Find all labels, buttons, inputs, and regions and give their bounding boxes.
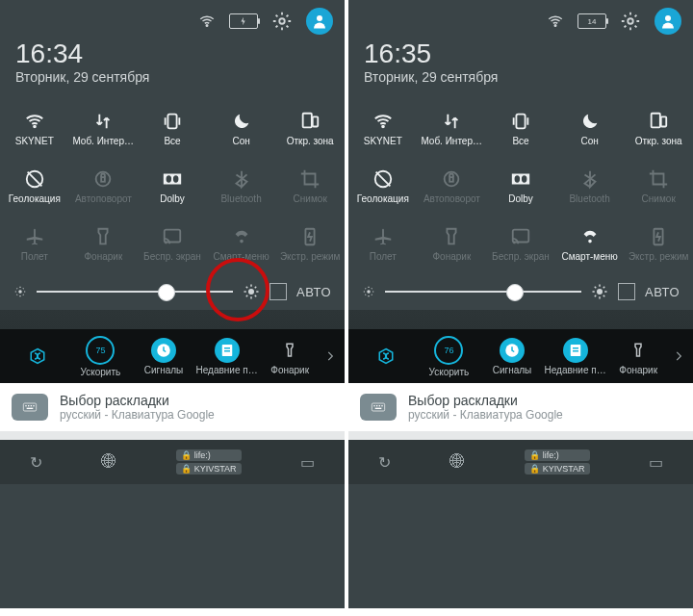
avatar[interactable] — [306, 8, 333, 35]
overview-icon[interactable]: ▭ — [649, 453, 663, 472]
svg-rect-48 — [573, 347, 578, 349]
recent-icon[interactable]: ↻ — [378, 453, 391, 472]
globe-icon[interactable]: 🌐︎ — [449, 453, 465, 471]
tile-flashlight[interactable]: Фонарик — [418, 216, 487, 271]
tile-crop[interactable]: Снимок — [624, 158, 693, 214]
tile-moon[interactable]: Сон — [555, 100, 625, 156]
bluetooth-icon — [579, 168, 601, 190]
wifi-icon — [372, 111, 394, 132]
tile-dolby[interactable]: Dolby — [138, 158, 207, 214]
svg-rect-52 — [376, 405, 377, 406]
auto-checkbox[interactable] — [618, 283, 635, 300]
tile-label: Моб. Интернет — [72, 136, 134, 146]
tool-torch[interactable]: Фонарик — [606, 338, 670, 375]
tile-cast[interactable]: Беспр. экран — [486, 216, 555, 271]
tile-compass-off[interactable]: Геолокация — [348, 158, 418, 214]
auto-checkbox[interactable] — [270, 283, 287, 300]
vibrate-icon — [510, 111, 531, 132]
tile-label: SKYNET — [364, 136, 402, 146]
clock-area: 16:35Вторник, 29 сентября — [348, 35, 693, 87]
tile-lock[interactable]: Автоповорот — [418, 158, 487, 214]
screens-row: 16:34Вторник, 29 сентябряSKYNETМоб. Инте… — [0, 0, 693, 616]
tile-compass-off[interactable]: Геолокация — [0, 158, 69, 214]
tile-wifi[interactable]: SKYNET — [348, 100, 418, 156]
slider-thumb[interactable] — [158, 284, 175, 301]
svg-point-39 — [515, 175, 521, 182]
swap-v-icon — [441, 111, 462, 132]
clock-icon — [151, 338, 176, 363]
overview-icon[interactable]: ▭ — [300, 453, 315, 472]
tile-cast[interactable]: Беспр. экран — [138, 216, 207, 271]
card-peek — [348, 432, 693, 440]
svg-point-31 — [382, 125, 384, 127]
battery-out-icon — [299, 226, 321, 247]
tool-hexlogo[interactable] — [354, 340, 418, 372]
tile-battery-out[interactable]: Экстр. режим — [275, 216, 345, 271]
tool-gauge[interactable]: 76Ускорить — [418, 336, 481, 377]
tool-torch[interactable]: Фонарик — [258, 338, 321, 375]
tool-label: Фонарик — [619, 365, 657, 375]
chevron-right-icon[interactable] — [321, 329, 339, 383]
tile-label: Геолокация — [9, 193, 61, 204]
tile-dolby[interactable]: Dolby — [486, 158, 555, 214]
moon-icon — [579, 111, 601, 132]
svg-point-28 — [554, 25, 556, 27]
tile-rect-phone[interactable]: Откр. зона — [624, 100, 693, 156]
svg-rect-10 — [164, 173, 181, 184]
svg-rect-51 — [373, 405, 374, 406]
brightness-slider[interactable] — [37, 291, 233, 293]
sim-tab[interactable]: 🔒 life:) — [176, 449, 241, 461]
tile-swap-v[interactable]: Моб. Интернет — [69, 100, 139, 156]
tile-smart[interactable]: Смарт-меню — [555, 216, 625, 271]
svg-rect-37 — [450, 177, 454, 182]
tile-crop[interactable]: Снимок — [275, 158, 345, 214]
tile-airplane[interactable]: Полет — [0, 216, 69, 271]
brightness-slider[interactable] — [385, 291, 581, 293]
tool-strip: 75УскоритьСигналыНедавние п…Фонарик — [0, 329, 345, 383]
sim-tab[interactable]: 🔒 life:) — [525, 449, 589, 461]
tile-vibrate[interactable]: Все — [138, 100, 207, 156]
gear-icon[interactable] — [271, 11, 293, 32]
tile-label: Экстр. режим — [629, 251, 689, 262]
tile-airplane[interactable]: Полет — [348, 216, 418, 271]
tile-vibrate[interactable]: Все — [486, 100, 555, 156]
tool-gauge[interactable]: 75Ускорить — [69, 336, 133, 377]
clock-date: Вторник, 29 сентября — [364, 69, 678, 85]
tool-clock[interactable]: Сигналы — [132, 338, 195, 375]
svg-rect-22 — [23, 403, 36, 411]
tile-battery-out[interactable]: Экстр. режим — [624, 216, 693, 271]
tile-smart[interactable]: Смарт-меню — [207, 216, 276, 271]
svg-point-0 — [206, 25, 208, 27]
tile-bluetooth[interactable]: Bluetooth — [555, 158, 625, 214]
tile-label: Dolby — [508, 193, 533, 204]
tile-lock[interactable]: Автоповорот — [69, 158, 139, 214]
tile-flashlight[interactable]: Фонарик — [69, 216, 139, 271]
svg-rect-27 — [27, 408, 34, 409]
tile-wifi[interactable]: SKYNET — [0, 100, 69, 156]
tile-swap-v[interactable]: Моб. Интернет — [418, 100, 487, 156]
tool-hexlogo[interactable] — [6, 340, 69, 372]
tool-docs[interactable]: Недавние п… — [544, 338, 607, 375]
tool-strip: 76УскоритьСигналыНедавние п…Фонарик — [348, 329, 693, 383]
slider-thumb[interactable] — [506, 284, 524, 301]
svg-point-1 — [279, 18, 285, 24]
tile-moon[interactable]: Сон — [207, 100, 276, 156]
gear-icon[interactable] — [620, 11, 641, 32]
card-title: Выбор раскладки — [60, 393, 215, 408]
avatar[interactable] — [654, 8, 681, 35]
brightness-row: АВТО — [348, 271, 693, 310]
tool-docs[interactable]: Недавние п… — [195, 338, 259, 375]
tool-clock[interactable]: Сигналы — [480, 338, 544, 375]
bottom-nav: ↻🌐︎🔒 life:)🔒 KYIVSTAR▭ — [0, 440, 345, 484]
tile-label: Все — [512, 136, 528, 146]
svg-rect-9 — [102, 177, 106, 182]
tile-bluetooth[interactable]: Bluetooth — [207, 158, 276, 214]
sim-tab[interactable]: 🔒 KYIVSTAR — [525, 463, 589, 475]
sim-tab[interactable]: 🔒 KYIVSTAR — [176, 463, 241, 475]
recent-icon[interactable]: ↻ — [30, 453, 42, 472]
tile-rect-phone[interactable]: Откр. зона — [275, 100, 345, 156]
globe-icon[interactable]: 🌐︎ — [101, 453, 116, 471]
chevron-right-icon[interactable] — [670, 329, 687, 383]
notification-card[interactable]: Выбор раскладкирусский - Клавиатура Goog… — [348, 383, 693, 432]
notification-card[interactable]: Выбор раскладкирусский - Клавиатура Goog… — [0, 383, 345, 432]
